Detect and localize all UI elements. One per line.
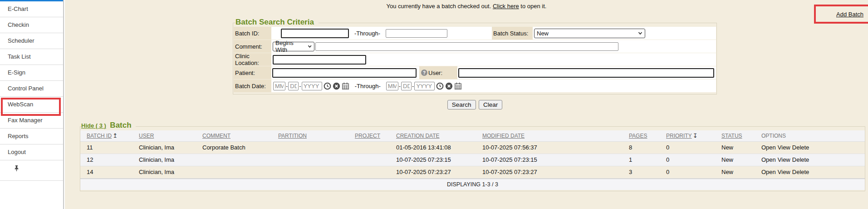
comment-row: Comment: Begins With (234, 40, 716, 53)
cell-creation-date: 10-07-2025 07:23:15 (390, 154, 476, 166)
batch-date-from-yyyy-input[interactable] (302, 82, 322, 90)
column-header-priority[interactable]: PRIORITY↧ (660, 130, 715, 141)
sort-asc-icon: ↥ (113, 132, 118, 139)
cell-partition (272, 166, 348, 178)
date-separator: - (286, 83, 288, 90)
batch-date-from-mm-input[interactable] (273, 82, 285, 90)
cell-status: New (715, 141, 755, 154)
column-header-modified-date[interactable]: MODIFIED DATE (476, 130, 623, 141)
time-clock-icon[interactable] (324, 82, 331, 90)
sidebar-item-control-panel[interactable]: Control Panel (0, 81, 63, 97)
cell-priority: 0 (660, 154, 715, 166)
cell-batch-id: 12 (80, 154, 132, 166)
clinic-location-label: Clinic Location: (234, 53, 271, 66)
batch-table: BATCH ID↥ USER COMMENT PARTITION PROJECT… (80, 130, 865, 179)
user-input[interactable] (458, 68, 714, 78)
search-button[interactable]: Search (447, 100, 476, 109)
through-label: -Through- (355, 83, 381, 90)
sidebar-item-logout[interactable]: Logout (0, 144, 63, 160)
hide-link[interactable]: Hide ( 3 ) (81, 122, 106, 129)
column-header-pages[interactable]: PAGES (623, 130, 660, 141)
batch-date-to-mm-input[interactable] (386, 82, 398, 90)
column-header-user[interactable]: USER (132, 130, 196, 141)
checkout-message: You currently have a batch checked out. … (65, 3, 868, 10)
delete-batch-action[interactable]: Delete (792, 156, 809, 163)
column-header-comment[interactable]: COMMENT (196, 130, 272, 141)
comment-operator-select[interactable]: Begins With (273, 42, 314, 51)
clinic-location-row: Clinic Location: (234, 53, 716, 66)
calendar-icon[interactable] (454, 82, 462, 90)
through-label: -Through- (354, 30, 380, 37)
patient-user-row: Patient: ? User: (234, 66, 716, 79)
cell-status: New (715, 154, 755, 166)
results-legend: Hide ( 3 ) Batch (81, 121, 136, 130)
sidebar-item-e-sign[interactable]: E-Sign (0, 65, 63, 81)
cell-batch-id: 11 (80, 141, 132, 154)
table-row: 14 Clinician, Ima 10-07-2025 07:23:27 10… (80, 166, 865, 178)
batch-id-row: Batch ID: -Through- Batch Status: New (234, 27, 716, 40)
cell-partition (272, 141, 348, 154)
table-header-row: BATCH ID↥ USER COMMENT PARTITION PROJECT… (80, 130, 865, 141)
help-icon[interactable]: ? (421, 70, 427, 76)
comment-input[interactable] (315, 42, 618, 51)
open-batch-action[interactable]: Open (761, 156, 776, 163)
clinic-location-input[interactable] (273, 55, 366, 65)
cell-creation-date: 01-05-2016 13:41:08 (390, 141, 476, 154)
cell-status: New (715, 166, 755, 178)
main-content: You currently have a batch checked out. … (65, 0, 868, 209)
column-header-creation-date[interactable]: CREATION DATE (390, 130, 476, 141)
paging-status: DISPLAYING 1-3 / 3 (80, 179, 865, 190)
column-header-partition[interactable]: PARTITION (272, 130, 348, 141)
batch-id-from-input[interactable] (281, 29, 349, 38)
sidebar-item-fax-manager[interactable]: Fax Manager (0, 113, 63, 129)
cell-user: Clinician, Ima (132, 166, 196, 178)
sidebar-item-task-list[interactable]: Task List (0, 49, 63, 65)
date-separator: - (299, 83, 301, 90)
cell-options: OpenViewDelete (755, 166, 865, 178)
patient-input[interactable] (272, 68, 417, 78)
batch-date-label: Batch Date: (234, 80, 271, 92)
clear-date-icon[interactable] (333, 82, 340, 90)
sidebar: E-Chart Checkin Scheduler Task List E-Si… (0, 0, 64, 209)
sidebar-item-e-chart[interactable]: E-Chart (0, 1, 63, 17)
sidebar-pin-item[interactable] (0, 165, 63, 181)
column-header-options: OPTIONS (755, 130, 865, 141)
cell-project (348, 141, 390, 154)
batch-status-select[interactable]: New (534, 29, 645, 38)
sidebar-item-reports[interactable]: Reports (0, 129, 63, 144)
open-batch-link[interactable]: Click here (493, 3, 519, 10)
delete-batch-action[interactable]: Delete (792, 169, 809, 175)
cell-partition (272, 154, 348, 166)
sidebar-item-webscan[interactable]: WebScan (0, 97, 63, 113)
batch-date-to-yyyy-input[interactable] (414, 82, 435, 90)
cell-project (348, 154, 390, 166)
chevron-down-icon (308, 44, 312, 49)
add-batch-link[interactable]: Add Batch (836, 11, 863, 18)
batch-date-from-dd-input[interactable] (288, 82, 299, 90)
batch-date-to-dd-input[interactable] (401, 82, 412, 90)
clear-button[interactable]: Clear (479, 100, 502, 109)
cell-creation-date: 10-07-2025 07:23:27 (390, 166, 476, 178)
view-batch-action[interactable]: View (778, 156, 790, 163)
cell-modified-date: 10-07-2025 07:56:37 (476, 141, 623, 154)
sidebar-item-scheduler[interactable]: Scheduler (0, 33, 63, 49)
batch-search-criteria-panel: Batch Search Criteria Batch ID: -Through… (233, 23, 717, 95)
open-batch-action[interactable]: Open (761, 144, 776, 151)
batch-id-to-input[interactable] (386, 29, 447, 38)
view-batch-action[interactable]: View (778, 144, 790, 151)
table-row: 11 Clinician, Ima Corporate Batch 01-05-… (80, 141, 865, 154)
sidebar-item-checkin[interactable]: Checkin (0, 17, 63, 33)
column-header-batch-id[interactable]: BATCH ID↥ (80, 130, 132, 141)
view-batch-action[interactable]: View (778, 169, 790, 175)
batch-results-panel: Hide ( 3 ) Batch BATCH ID↥ USER COMMENT … (80, 126, 865, 191)
batch-date-row: Batch Date: - - (234, 80, 716, 92)
open-batch-action[interactable]: Open (761, 169, 776, 175)
cell-comment (196, 154, 272, 166)
calendar-icon[interactable] (342, 82, 349, 90)
clear-date-icon[interactable] (445, 82, 453, 90)
column-header-project[interactable]: PROJECT (348, 130, 390, 141)
cell-pages: 3 (623, 166, 660, 178)
time-clock-icon[interactable] (436, 82, 444, 90)
delete-batch-action[interactable]: Delete (792, 144, 809, 151)
column-header-status[interactable]: STATUS (715, 130, 755, 141)
